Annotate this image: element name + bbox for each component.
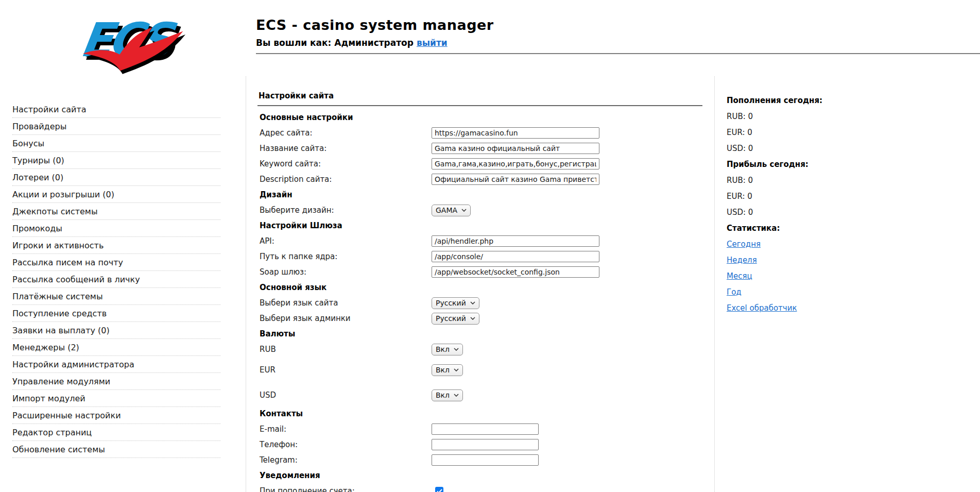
field-row-usd: USD Вкл (257, 387, 706, 403)
chevron-down-icon (470, 301, 475, 304)
section-gateway: Настройки Шлюза (257, 218, 706, 233)
admin-lang-label: Выбери язык админки (257, 314, 432, 323)
design-select[interactable]: GAMA (432, 205, 471, 216)
section-heading: Контакты (257, 409, 303, 418)
checkmark-icon (437, 489, 442, 492)
field-row-core-path: Путь к папке ядра: (257, 249, 706, 264)
site-address-label: Адрес сайта: (257, 128, 432, 138)
profit-heading: Прибыль сегодня: (727, 156, 891, 172)
design-select-label: Выберите дизайн: (257, 206, 432, 215)
header-divider (256, 53, 980, 54)
section-heading: Дизайн (257, 190, 293, 199)
field-row-description: Description сайта: (257, 172, 706, 187)
section-notifications: Уведомления (257, 468, 706, 483)
site-address-input[interactable] (432, 127, 599, 139)
stats-link-month[interactable]: Месяц (727, 272, 752, 281)
profit-rub: RUB: 0 (727, 172, 891, 188)
stats-link-year[interactable]: Год (727, 287, 742, 297)
profit-usd: USD: 0 (727, 204, 891, 220)
chevron-down-icon (454, 348, 459, 351)
keyword-label: Keyword сайта: (257, 159, 432, 168)
keyword-input[interactable] (432, 158, 599, 169)
site-name-label: Название сайта: (257, 144, 432, 153)
sidebar-item-admin-settings[interactable]: Настройки администратора (12, 356, 220, 373)
sidebar-item-incoming-funds[interactable]: Поступление средств (12, 305, 220, 322)
section-heading: Уведомления (257, 471, 320, 480)
section-basic-settings: Основные настройки (257, 110, 706, 125)
section-design: Дизайн (257, 187, 706, 202)
site-name-input[interactable] (432, 143, 599, 154)
sidebar-item-payout-requests[interactable]: Заявки на выплату (0) (12, 322, 220, 339)
phone-label: Телефон: (257, 440, 432, 449)
sidebar-item-bonuses[interactable]: Бонусы (12, 135, 220, 152)
field-row-site-name: Название сайта: (257, 141, 706, 156)
telegram-input[interactable] (432, 454, 539, 466)
section-heading: Основные настройки (257, 113, 353, 122)
admin-lang-select[interactable]: Русский (432, 313, 479, 325)
field-row-admin-lang: Выбери язык админки Русский (257, 311, 706, 326)
sidebar-item-pm-newsletter[interactable]: Рассылка сообщений в личку (12, 271, 220, 288)
phone-input[interactable] (432, 439, 539, 450)
eur-label: EUR (257, 365, 432, 375)
section-heading: Валюты (257, 329, 295, 338)
core-path-input[interactable] (432, 251, 599, 262)
login-status-text: Вы вошли как: Администратор (256, 38, 414, 48)
field-row-eur: EUR Вкл (257, 362, 706, 378)
site-lang-value: Русский (436, 299, 466, 307)
header: ECS - casino system manager Вы вошли как… (256, 17, 494, 48)
admin-lang-value: Русский (436, 314, 466, 323)
deposits-heading: Пополнения сегодня: (727, 92, 891, 108)
sidebar-item-module-import[interactable]: Импорт модулей (12, 390, 220, 407)
soap-input[interactable] (432, 266, 599, 278)
usd-select[interactable]: Вкл (432, 389, 463, 401)
field-row-site-address: Адрес сайта: (257, 125, 706, 141)
panel-title-divider (257, 105, 702, 106)
sidebar-item-managers[interactable]: Менеджеры (2) (12, 339, 220, 356)
sidebar-item-promocodes[interactable]: Промокоды (12, 220, 220, 237)
field-row-design-select: Выберите дизайн: GAMA (257, 202, 706, 218)
site-lang-select[interactable]: Русский (432, 297, 479, 309)
email-label: E-mail: (257, 425, 432, 434)
email-input[interactable] (432, 423, 539, 435)
sidebar-item-jackpots[interactable]: Джекпоты системы (12, 203, 220, 220)
sidebar-item-advanced-settings[interactable]: Расширенные настройки (12, 407, 220, 424)
field-row-deposit-notification: При пополнение счета: (257, 483, 706, 492)
rub-value: Вкл (436, 345, 450, 353)
sidebar-item-system-update[interactable]: Обновление системы (12, 441, 220, 458)
description-input[interactable] (432, 174, 599, 185)
page-title: ECS - casino system manager (256, 17, 494, 33)
stats-link-week[interactable]: Неделя (727, 256, 757, 265)
sidebar-item-site-settings[interactable]: Настройки сайта (12, 101, 220, 118)
core-path-label: Путь к папке ядра: (257, 252, 432, 261)
api-input[interactable] (432, 235, 599, 247)
site-lang-label: Выбери язык сайта (257, 298, 432, 308)
sidebar-item-promotions[interactable]: Акции и розыгрыши (0) (12, 186, 220, 203)
sidebar-item-page-editor[interactable]: Редактор страниц (12, 424, 220, 441)
deposits-rub: RUB: 0 (727, 108, 891, 124)
sidebar-item-lotteries[interactable]: Лотереи (0) (12, 169, 220, 186)
stats-link-excel[interactable]: Excel обработчик (727, 303, 797, 313)
rub-select[interactable]: Вкл (432, 344, 463, 355)
ecs-logo: ECS ECS (71, 7, 185, 74)
field-row-keyword: Keyword сайта: (257, 156, 706, 172)
chevron-down-icon (454, 394, 459, 397)
section-language: Основной язык (257, 280, 706, 295)
sidebar-item-tournaments[interactable]: Турниры (0) (12, 152, 220, 169)
eur-select[interactable]: Вкл (432, 364, 463, 376)
stats-link-today[interactable]: Сегодня (727, 240, 761, 249)
section-heading: Настройки Шлюза (257, 221, 342, 230)
field-row-rub: RUB Вкл (257, 342, 706, 357)
sidebar-item-email-newsletter[interactable]: Рассылка писем на почту (12, 254, 220, 271)
sidebar-menu: Настройки сайта Провайдеры Бонусы Турнир… (12, 101, 220, 458)
sidebar-item-providers[interactable]: Провайдеры (12, 118, 220, 135)
usd-label: USD (257, 391, 432, 400)
deposit-notification-checkbox[interactable] (435, 487, 443, 492)
sidebar-item-payment-systems[interactable]: Платёжные системы (12, 288, 220, 305)
sidebar-item-players-activity[interactable]: Игроки и активность (12, 237, 220, 254)
site-settings-panel: Настройки сайта Основные настройки Адрес… (257, 90, 706, 492)
field-row-email: E-mail: (257, 421, 706, 437)
logout-link[interactable]: выйти (417, 38, 448, 48)
section-currencies: Валюты (257, 326, 706, 342)
telegram-label: Telegram: (257, 455, 432, 465)
sidebar-item-module-management[interactable]: Управление модулями (12, 373, 220, 390)
